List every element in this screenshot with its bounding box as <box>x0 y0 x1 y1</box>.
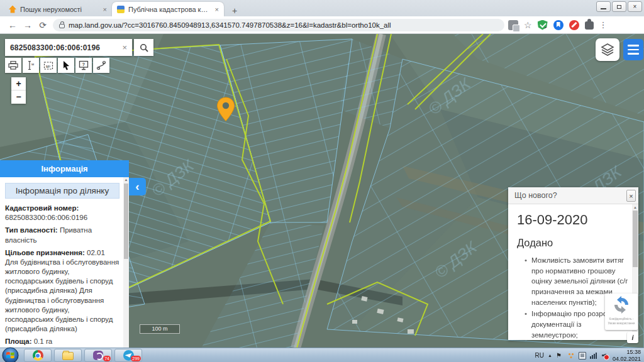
update-tray-icon[interactable] <box>567 352 575 359</box>
svg-text:м²: м² <box>46 64 51 69</box>
printer-icon <box>8 61 18 70</box>
recaptcha-privacy-text: Конфіденційність - Умови використання <box>605 317 638 326</box>
chevron-left-icon: ‹ <box>135 180 139 194</box>
svg-text:?: ? <box>82 62 86 67</box>
ukraine-flag-favicon <box>117 6 125 13</box>
search-icon <box>140 43 148 52</box>
layers-button[interactable] <box>596 38 619 61</box>
forward-button[interactable]: → <box>20 20 35 30</box>
collapse-panel-button[interactable]: ‹ <box>129 178 146 195</box>
restore-button[interactable] <box>612 1 626 12</box>
scroll-thumb[interactable] <box>633 211 638 267</box>
minimize-button[interactable] <box>596 1 611 12</box>
scroll-up-icon[interactable]: ▲ <box>632 204 638 211</box>
chrome-icon <box>33 350 43 361</box>
bullet-icon: • <box>525 255 527 307</box>
info-panel-scrollbar[interactable]: ▲ <box>123 177 129 348</box>
property-search-favicon <box>9 6 16 13</box>
viber-icon <box>93 351 103 360</box>
taskbar-clock[interactable]: 15:38 04.02.2021 <box>613 349 643 362</box>
tab-title: Пошук нерухомості <box>20 6 99 13</box>
browser-toolbar: ← → ⟳ map.land.gov.ua/?cc=3016760.845094… <box>0 16 644 34</box>
field-ownership-type: Тип власності: Приватна власність <box>5 226 119 244</box>
taskbar-explorer-button[interactable] <box>54 349 82 362</box>
browser-window: Пошук нерухомості × Публічна кадастрова … <box>0 0 644 362</box>
action-center-flag-icon[interactable]: ⚑ <box>556 352 564 359</box>
scroll-up-icon[interactable]: ▲ <box>123 177 129 183</box>
tab-strip: Пошук нерухомості × Публічна кадастрова … <box>0 0 644 16</box>
map-marker-pin[interactable] <box>216 97 235 124</box>
bookmark-star-icon[interactable]: ☆ <box>524 20 532 30</box>
close-window-button[interactable]: × <box>628 1 642 12</box>
route-icon <box>96 60 106 70</box>
taskbar-telegram-button[interactable]: 299 <box>114 349 142 362</box>
hidden-icons-arrow[interactable]: ▲ <box>548 353 552 358</box>
tab-property-search[interactable]: Пошук нерухомості × <box>4 2 112 16</box>
window-controls: × <box>596 1 642 12</box>
help-tool-button[interactable]: ? <box>75 58 92 73</box>
recaptcha-icon <box>613 296 630 314</box>
tab-cadastral-map[interactable]: Публічна кадастрова карта Укра × <box>112 2 224 16</box>
recaptcha-badge[interactable]: Конфіденційність - Умови використання <box>605 293 638 330</box>
windows-taskbar: 74 299 RU ▲ ⚑ 15:38 04.02.2021 <box>0 348 644 362</box>
cursor-icon <box>62 60 70 70</box>
hamburger-icon <box>628 45 639 47</box>
language-indicator[interactable]: RU <box>535 352 544 359</box>
parcel-info-section-title[interactable]: Інформація про ділянку <box>5 183 119 199</box>
search-button[interactable] <box>134 39 153 56</box>
attribution-button[interactable]: i <box>627 332 638 343</box>
network-signal-icon[interactable] <box>590 352 597 359</box>
tab-close-icon[interactable]: × <box>103 6 107 13</box>
blocker-extension-icon[interactable] <box>569 20 579 30</box>
cadastral-search-input[interactable]: 6825083300:06:006:0196 × <box>5 39 132 56</box>
windows-start-icon <box>2 347 19 362</box>
back-button[interactable]: ← <box>5 20 20 30</box>
measure-length-button[interactable]: м <box>23 58 39 73</box>
browser-menu-icon[interactable]: ⋮ <box>599 20 608 30</box>
extensions-puzzle-icon[interactable] <box>585 21 594 30</box>
svg-text:м: м <box>31 62 34 66</box>
close-whats-new-button[interactable]: × <box>626 190 636 202</box>
reload-button[interactable]: ⟳ <box>35 20 50 30</box>
taskbar-viber-button[interactable]: 74 <box>84 349 112 362</box>
start-button[interactable] <box>2 347 19 362</box>
tab-title: Публічна кадастрова карта Укра <box>128 6 211 13</box>
zoom-in-button[interactable]: + <box>11 77 26 90</box>
bullet-icon: • <box>525 309 527 340</box>
field-cadastral-number: Кадастровий номер: 6825083300:06:006:019… <box>5 204 119 222</box>
route-tool-button[interactable] <box>93 58 109 73</box>
field-designated-purpose: Цільове призначення: 02.01 Для будівницт… <box>5 248 119 334</box>
clock-time: 15:38 <box>613 349 641 356</box>
clear-search-icon[interactable]: × <box>122 43 127 52</box>
adguard-shield-icon[interactable]: 2 <box>538 20 548 30</box>
whats-new-heading: Додано <box>517 237 630 249</box>
menu-button[interactable] <box>623 39 643 60</box>
muted-speaker-icon[interactable] <box>601 352 609 359</box>
translate-icon[interactable] <box>508 20 518 30</box>
telegram-badge: 299 <box>131 356 141 361</box>
url-text: map.land.gov.ua/?cc=3016760.8450948913,6… <box>69 21 391 29</box>
address-bar[interactable]: map.land.gov.ua/?cc=3016760.8450948913,6… <box>53 19 504 31</box>
whats-new-date: 16-09-2020 <box>517 212 630 228</box>
print-button[interactable] <box>5 58 21 73</box>
measure-area-button[interactable]: м² <box>40 58 57 73</box>
info-panel-body: Інформація про ділянку Кадастровий номер… <box>0 177 123 348</box>
lock-icon <box>59 24 65 28</box>
map-canvas[interactable]: © ДЗК © ДЗК © ДЗК © ДЗК 6825083300:06:00… <box>0 34 644 348</box>
viber-badge: 74 <box>103 356 111 361</box>
bookmark-extension-icon[interactable] <box>553 20 564 30</box>
taskbar-chrome-button[interactable] <box>24 349 52 362</box>
whats-new-header: Що нового? × <box>508 187 638 204</box>
scale-bar: 100 m <box>140 324 180 334</box>
scroll-thumb[interactable] <box>124 184 128 259</box>
clock-date: 04.02.2021 <box>613 356 641 362</box>
layers-icon <box>600 42 615 57</box>
system-tray: RU ▲ ⚑ 15:38 04.02.2021 <box>535 348 643 362</box>
whats-new-title: Що нового? <box>514 191 626 200</box>
pointer-tool-button[interactable] <box>58 58 74 73</box>
new-tab-button[interactable]: + <box>228 5 242 16</box>
tab-close-icon[interactable]: × <box>215 6 219 13</box>
zoom-out-button[interactable]: − <box>11 90 26 104</box>
info-panel-header[interactable]: Інформація <box>0 160 129 177</box>
clipboard-tray-icon[interactable] <box>579 352 586 359</box>
